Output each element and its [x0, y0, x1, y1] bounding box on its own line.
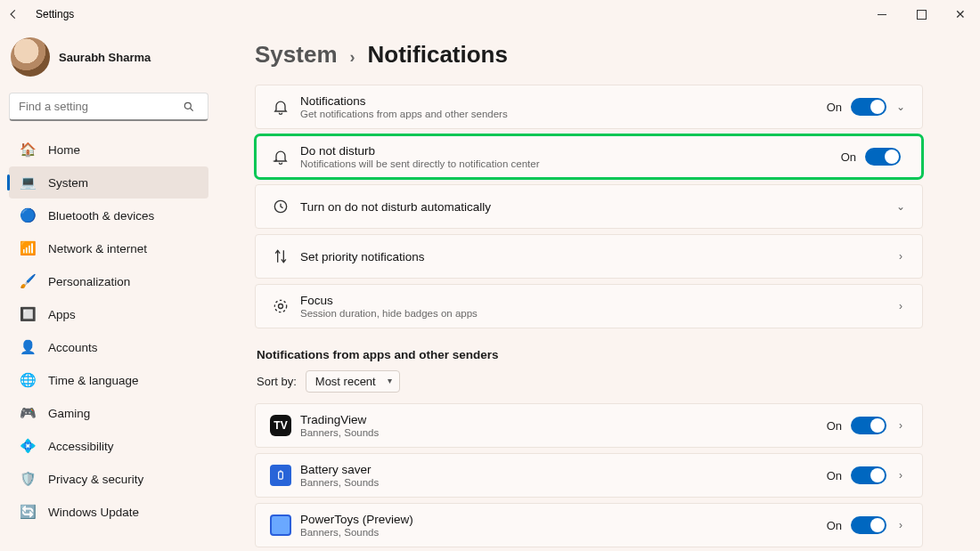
card-subtitle: Notifications will be sent directly to n… — [300, 158, 841, 169]
nav-label: Bluetooth & devices — [48, 209, 154, 223]
close-button[interactable]: ✕ — [941, 0, 980, 28]
nav-label: Accessibility — [48, 440, 114, 453]
sidebar-item-system[interactable]: 💻System — [9, 166, 208, 199]
nav-label: Network & internet — [48, 242, 147, 255]
app-title: Settings — [36, 8, 74, 20]
chevron-right-icon[interactable]: › — [894, 519, 908, 531]
svg-point-2 — [274, 300, 286, 312]
search-icon — [183, 101, 208, 113]
back-button[interactable] — [7, 8, 32, 20]
expand-chevron-icon[interactable]: ⌄ — [894, 200, 908, 213]
app-name: TradingView — [300, 413, 827, 426]
auto-dnd-card[interactable]: Turn on do not disturb automatically ⌄ — [255, 184, 923, 229]
app-icon — [270, 465, 291, 486]
window-controls: ✕ — [862, 0, 980, 28]
sidebar-item-gaming[interactable]: 🎮Gaming — [9, 397, 208, 429]
sidebar-item-accounts[interactable]: 👤Accounts — [9, 331, 208, 363]
nav-label: Privacy & security — [48, 473, 143, 486]
sidebar-item-privacy-security[interactable]: 🛡️Privacy & security — [9, 463, 208, 495]
notifications-card[interactable]: Notifications Get notifications from app… — [255, 85, 923, 129]
focus-icon — [265, 297, 297, 315]
nav-label: Apps — [48, 308, 76, 321]
sidebar: Saurabh Sharma 🏠Home💻System🔵Bluetooth & … — [0, 28, 223, 551]
nav-icon: 📶 — [18, 240, 37, 256]
breadcrumb-leaf: Notifications — [368, 41, 508, 69]
chevron-right-icon[interactable]: › — [894, 419, 908, 432]
sort-dropdown[interactable]: Most recent — [306, 370, 400, 393]
nav-label: Windows Update — [48, 506, 139, 519]
titlebar: Settings ✕ — [0, 0, 980, 28]
priority-card[interactable]: Set priority notifications › — [255, 234, 923, 279]
toggle-state: On — [827, 519, 842, 532]
card-title: Do not disturb — [300, 144, 841, 158]
app-list: TVTradingViewBanners, SoundsOn›Battery s… — [255, 403, 923, 551]
app-subtitle: Banners, Sounds — [300, 477, 827, 488]
app-name: PowerToys (Preview) — [300, 513, 827, 526]
card-title: Turn on do not disturb automatically — [300, 200, 894, 214]
sidebar-item-apps[interactable]: 🔲Apps — [9, 298, 208, 330]
sidebar-item-time-language[interactable]: 🌐Time & language — [9, 364, 208, 396]
sidebar-item-home[interactable]: 🏠Home — [9, 134, 208, 166]
app-icon — [270, 515, 291, 536]
nav-icon: 👤 — [18, 339, 37, 355]
chevron-right-icon: › — [350, 48, 355, 67]
nav-icon: 🛡️ — [18, 471, 37, 487]
nav-label: Personalization — [48, 275, 130, 288]
app-subtitle: Banners, Sounds — [300, 427, 827, 438]
do-not-disturb-card[interactable]: Do not disturb Notifications will be sen… — [255, 134, 923, 179]
search-input[interactable] — [10, 100, 183, 113]
sidebar-item-network-internet[interactable]: 📶Network & internet — [9, 232, 208, 264]
svg-rect-4 — [279, 472, 283, 479]
app-toggle[interactable] — [851, 417, 886, 434]
focus-card[interactable]: Focus Session duration, hide badges on a… — [255, 284, 923, 328]
breadcrumb: System › Notifications — [255, 41, 923, 69]
sidebar-item-bluetooth-devices[interactable]: 🔵Bluetooth & devices — [9, 199, 208, 231]
chevron-right-icon[interactable]: › — [894, 250, 908, 263]
dnd-toggle[interactable] — [865, 148, 901, 166]
nav: 🏠Home💻System🔵Bluetooth & devices📶Network… — [9, 134, 208, 528]
search-box[interactable] — [9, 93, 208, 121]
nav-icon: 🔲 — [18, 306, 37, 322]
sidebar-item-accessibility[interactable]: 💠Accessibility — [9, 430, 208, 462]
card-title: Focus — [300, 294, 894, 307]
nav-icon: 🔵 — [18, 207, 37, 223]
nav-icon: 💻 — [18, 174, 37, 190]
svg-point-0 — [184, 102, 191, 109]
nav-icon: 🔄 — [18, 504, 37, 520]
sidebar-item-windows-update[interactable]: 🔄Windows Update — [9, 496, 208, 528]
apps-section-heading: Notifications from apps and other sender… — [257, 348, 923, 361]
user-name: Saurabh Sharma — [59, 51, 151, 64]
nav-label: System — [48, 176, 88, 190]
card-title: Set priority notifications — [300, 250, 894, 263]
toggle-state: On — [841, 150, 856, 164]
minimize-button[interactable] — [862, 0, 902, 28]
nav-icon: 🖌️ — [18, 273, 37, 289]
app-notification-row[interactable]: Battery saverBanners, SoundsOn› — [255, 453, 923, 498]
sort-value: Most recent — [315, 375, 376, 388]
breadcrumb-root[interactable]: System — [255, 41, 338, 69]
nav-icon: 🎮 — [18, 405, 37, 421]
main-content: System › Notifications Notifications Get… — [223, 28, 980, 551]
toggle-state: On — [827, 419, 842, 433]
app-toggle[interactable] — [851, 516, 886, 534]
notifications-toggle[interactable] — [851, 98, 886, 116]
nav-icon: 💠 — [18, 438, 37, 454]
app-toggle[interactable] — [851, 466, 886, 484]
app-subtitle: Banners, Sounds — [300, 527, 827, 538]
maximize-button[interactable] — [902, 0, 941, 28]
sidebar-item-personalization[interactable]: 🖌️Personalization — [9, 265, 208, 297]
expand-chevron-icon[interactable]: ⌄ — [894, 101, 908, 113]
chevron-right-icon[interactable]: › — [894, 469, 908, 482]
sort-by-label: Sort by: — [257, 375, 297, 388]
card-title: Notifications — [300, 94, 827, 108]
app-notification-row[interactable]: TVTradingViewBanners, SoundsOn› — [255, 403, 923, 448]
user-profile[interactable]: Saurabh Sharma — [9, 36, 208, 89]
card-subtitle: Session duration, hide badges on apps — [300, 308, 894, 319]
priority-icon — [265, 247, 297, 265]
nav-label: Time & language — [48, 374, 139, 387]
chevron-right-icon[interactable]: › — [894, 300, 908, 312]
app-notification-row[interactable]: PowerToys (Preview)Banners, SoundsOn› — [255, 503, 923, 547]
nav-label: Home — [48, 143, 80, 157]
nav-label: Accounts — [48, 341, 98, 354]
dnd-icon — [265, 148, 297, 166]
